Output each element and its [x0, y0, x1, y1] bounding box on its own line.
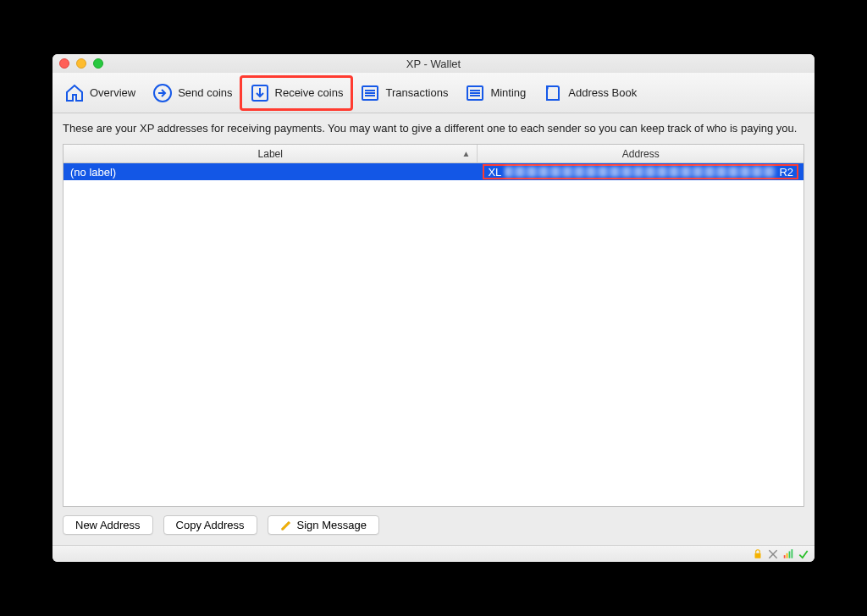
statusbar	[52, 545, 815, 562]
svg-rect-11	[784, 555, 786, 558]
svg-rect-12	[787, 553, 788, 558]
window-title: XP - Wallet	[52, 58, 815, 70]
tab-send-coins-label: Send coins	[178, 86, 232, 99]
list-icon	[465, 83, 485, 103]
tab-minting-label: Minting	[490, 86, 526, 99]
table-body: (no label) XL R2	[64, 163, 803, 506]
tab-send-coins[interactable]: Send coins	[144, 77, 240, 109]
lock-icon[interactable]	[752, 548, 764, 560]
minimize-window-button[interactable]	[76, 58, 86, 69]
content-area: These are your XP addresses for receivin…	[52, 113, 815, 545]
cell-label: (no label)	[64, 166, 478, 179]
check-icon[interactable]	[798, 548, 809, 560]
traffic-lights	[59, 58, 103, 69]
close-window-button[interactable]	[59, 58, 69, 69]
svg-rect-10	[755, 553, 761, 558]
tab-address-book[interactable]: Address Book	[534, 77, 645, 109]
table-row[interactable]: (no label) XL R2	[64, 163, 803, 180]
home-icon	[64, 83, 85, 103]
sign-message-button[interactable]: Sign Message	[268, 515, 379, 535]
tab-overview[interactable]: Overview	[56, 77, 144, 109]
maximize-window-button[interactable]	[93, 58, 103, 69]
new-address-label: New Address	[75, 519, 141, 531]
svg-rect-14	[792, 549, 793, 558]
tab-transactions[interactable]: Transactions	[351, 77, 456, 109]
sort-ascending-icon: ▲	[462, 149, 471, 158]
arrow-right-icon	[152, 83, 173, 103]
table-header: Label ▲ Address	[64, 145, 803, 163]
sign-message-label: Sign Message	[297, 519, 367, 531]
titlebar: XP - Wallet	[52, 54, 815, 73]
tab-address-book-label: Address Book	[568, 86, 637, 99]
tab-minting[interactable]: Minting	[456, 77, 534, 109]
tab-receive-coins-label: Receive coins	[275, 86, 344, 99]
address-redacted	[505, 167, 776, 177]
toolbar: Overview Send coins Receive coins Transa…	[52, 73, 815, 113]
tab-overview-label: Overview	[90, 86, 135, 99]
book-icon	[543, 83, 563, 103]
column-header-label[interactable]: Label ▲	[64, 145, 478, 162]
arrow-down-icon	[250, 83, 270, 103]
svg-rect-13	[789, 551, 791, 558]
page-description: These are your XP addresses for receivin…	[63, 122, 804, 135]
signal-icon[interactable]	[782, 548, 794, 560]
copy-address-button[interactable]: Copy Address	[163, 515, 257, 535]
button-row: New Address Copy Address Sign Message	[63, 507, 804, 545]
tab-receive-coins[interactable]: Receive coins	[241, 77, 352, 109]
tools-icon[interactable]	[767, 548, 779, 560]
app-window: XP - Wallet Overview Send coins Receive …	[52, 54, 815, 562]
pencil-icon	[280, 520, 292, 531]
address-table: Label ▲ Address (no label) XL R2	[63, 144, 804, 507]
address-prefix: XL	[488, 166, 501, 179]
column-header-address[interactable]: Address	[478, 145, 803, 162]
cell-address: XL R2	[478, 164, 803, 179]
column-header-label-text: Label	[258, 148, 283, 160]
tab-transactions-label: Transactions	[385, 86, 448, 99]
address-suffix: R2	[779, 166, 793, 179]
column-header-address-text: Address	[622, 148, 660, 160]
new-address-button[interactable]: New Address	[63, 515, 153, 535]
address-highlight: XL R2	[483, 164, 798, 179]
list-icon	[360, 83, 380, 103]
copy-address-label: Copy Address	[176, 519, 245, 531]
